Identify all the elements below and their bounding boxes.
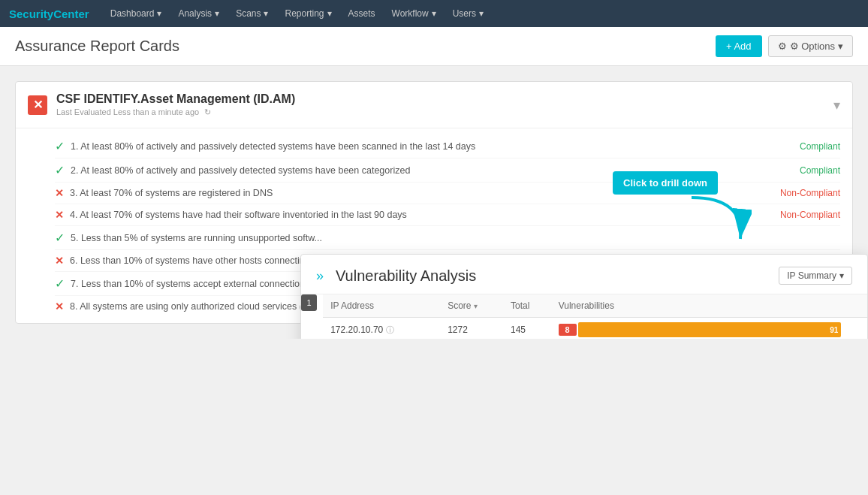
table-row[interactable]: 172.20.10.70 ⓘ1272145891 bbox=[323, 318, 867, 340]
col-total: Total bbox=[503, 294, 551, 318]
card-header: ✕ CSF IDENTIFY.Asset Management (ID.AM) … bbox=[16, 82, 852, 128]
policy-text: 1. At least 80% of actively and passivel… bbox=[71, 141, 794, 152]
sub-header: Assurance Report Cards + Add ⚙ ⚙ Options… bbox=[0, 27, 868, 66]
vuln-panel-header: » Vulnerability Analysis IP Summary ▾ bbox=[301, 255, 867, 294]
col-vulns: Vulnerabilities bbox=[551, 294, 867, 318]
critical-bar: 8 bbox=[559, 324, 577, 336]
nav-analysis[interactable]: Analysis ▾ bbox=[170, 0, 227, 27]
info-icon[interactable]: ⓘ bbox=[386, 325, 394, 334]
options-button[interactable]: ⚙ ⚙ Options ▾ bbox=[768, 35, 853, 57]
chevron-down-icon: ▾ bbox=[432, 8, 436, 19]
page-number: 1 bbox=[301, 294, 317, 311]
vuln-panel: » Vulnerability Analysis IP Summary ▾ 1 … bbox=[300, 254, 868, 339]
cross-icon: ✕ bbox=[55, 209, 64, 221]
card-title: CSF IDENTIFY.Asset Management (ID.AM) bbox=[56, 92, 824, 106]
status-badge: Non-Compliant bbox=[780, 210, 840, 220]
gear-icon: ⚙ bbox=[778, 41, 787, 52]
check-icon: ✓ bbox=[55, 231, 65, 245]
chevron-down-icon: ▾ bbox=[157, 8, 161, 19]
nav-assets[interactable]: Assets bbox=[341, 0, 383, 27]
check-icon: ✓ bbox=[55, 163, 65, 177]
sort-icon: ▾ bbox=[474, 302, 478, 310]
header-actions: + Add ⚙ ⚙ Options ▾ bbox=[716, 35, 853, 57]
nav-users[interactable]: Users ▾ bbox=[445, 0, 491, 27]
fail-badge: ✕ bbox=[28, 95, 47, 115]
col-ip: IP Address bbox=[323, 294, 440, 318]
top-nav: SecurityCenter Dashboard ▾ Analysis ▾ Sc… bbox=[0, 0, 868, 27]
score-cell: 1272 bbox=[440, 318, 503, 340]
card-title-block: CSF IDENTIFY.Asset Management (ID.AM) La… bbox=[56, 92, 824, 117]
drill-arrow bbox=[684, 190, 752, 252]
ip-summary-dropdown[interactable]: IP Summary ▾ bbox=[779, 267, 852, 285]
bar-value: 91 bbox=[830, 326, 838, 334]
refresh-icon[interactable]: ↻ bbox=[204, 107, 211, 116]
check-icon: ✓ bbox=[55, 276, 65, 291]
nav-scans[interactable]: Scans ▾ bbox=[228, 0, 276, 27]
vuln-table-container: 1 IP Address Score ▾ Total Vulnerabiliti… bbox=[301, 294, 867, 339]
chevron-down-icon: ▾ bbox=[264, 8, 268, 19]
card-subtitle: Last Evaluated Less than a minute ago ↻ bbox=[56, 107, 824, 117]
nav-workflow[interactable]: Workflow ▾ bbox=[384, 0, 444, 27]
policy-item[interactable]: ✓1. At least 80% of actively and passive… bbox=[55, 134, 840, 158]
nav-reporting[interactable]: Reporting ▾ bbox=[277, 0, 339, 27]
nav-dashboard[interactable]: Dashboard ▾ bbox=[103, 0, 170, 27]
status-badge: Compliant bbox=[800, 165, 840, 176]
policy-text: 4. At least 70% of systems have had thei… bbox=[70, 210, 774, 220]
page-title: Assurance Report Cards bbox=[15, 38, 179, 55]
cross-icon: ✕ bbox=[55, 300, 64, 312]
vuln-panel-title: Vulnerability Analysis bbox=[336, 267, 767, 285]
total-cell: 145 bbox=[503, 318, 551, 340]
policy-item[interactable]: ✓2. At least 80% of actively and passive… bbox=[55, 158, 840, 183]
collapse-panel-button[interactable]: » bbox=[316, 268, 324, 284]
main-content: ✕ CSF IDENTIFY.Asset Management (ID.AM) … bbox=[0, 66, 868, 339]
chevron-down-icon: ▾ bbox=[327, 8, 332, 19]
status-badge: Compliant bbox=[800, 141, 840, 152]
chevron-down-icon: ▾ bbox=[215, 8, 219, 19]
vuln-bar-cell: 891 bbox=[551, 318, 867, 340]
add-button[interactable]: + Add bbox=[716, 35, 762, 57]
chevron-down-icon: ▾ bbox=[479, 8, 484, 19]
col-score[interactable]: Score ▾ bbox=[440, 294, 503, 318]
cross-icon: ✕ bbox=[55, 187, 64, 199]
ip-cell: 172.20.10.70 ⓘ bbox=[323, 318, 440, 340]
vuln-table: IP Address Score ▾ Total Vulnerabilities… bbox=[323, 294, 867, 339]
chevron-down-icon: ▾ bbox=[838, 41, 843, 52]
brand-logo[interactable]: SecurityCenter bbox=[9, 8, 89, 20]
chevron-down-icon: ▾ bbox=[839, 270, 844, 281]
cross-icon: ✕ bbox=[55, 255, 64, 267]
collapse-button[interactable]: ▾ bbox=[833, 97, 840, 113]
status-badge: Non-Compliant bbox=[780, 188, 840, 198]
check-icon: ✓ bbox=[55, 139, 65, 153]
orange-bar: 91 bbox=[578, 322, 842, 337]
